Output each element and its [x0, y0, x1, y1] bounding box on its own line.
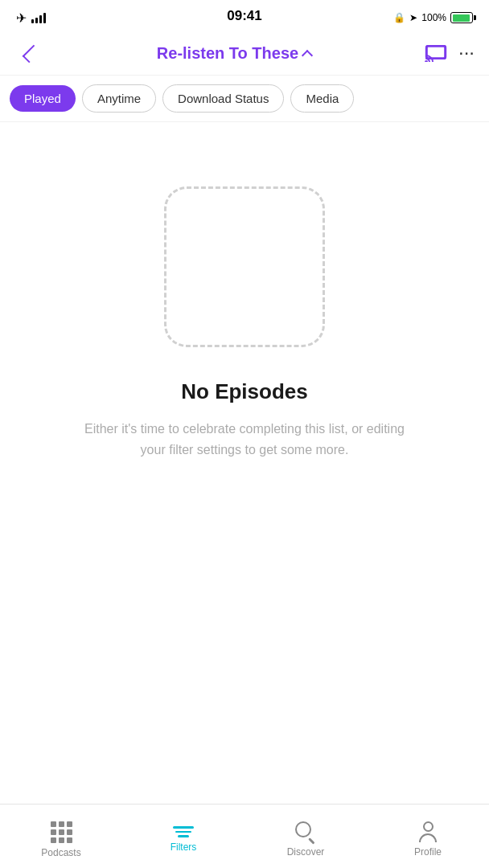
nav-item-profile[interactable]: Profile	[367, 815, 489, 858]
bottom-nav: Podcasts Filters Discover Profile	[0, 804, 489, 868]
tab-download-status[interactable]: Download Status	[162, 84, 284, 113]
chevron-up-icon	[302, 49, 313, 60]
nav-label-discover: Discover	[287, 846, 325, 858]
discover-icon	[295, 821, 316, 842]
filter-tabs: Played Anytime Download Status Media	[0, 76, 489, 122]
nav-actions: ···	[425, 43, 475, 65]
more-button[interactable]: ···	[458, 43, 475, 65]
battery-percentage: 100%	[421, 12, 446, 23]
nav-label-profile: Profile	[414, 846, 442, 858]
tab-played[interactable]: Played	[10, 85, 76, 112]
nav-item-filters[interactable]: Filters	[122, 820, 244, 853]
nav-item-discover[interactable]: Discover	[244, 815, 367, 858]
main-content: No Episodes Either it's time to celebrat…	[0, 122, 489, 812]
status-right: 🔒 ➤ 100%	[393, 12, 473, 23]
airplane-icon: ✈	[16, 10, 27, 26]
svg-point-2	[425, 60, 428, 62]
empty-illustration	[164, 186, 325, 347]
nav-label-podcasts: Podcasts	[41, 847, 80, 858]
back-arrow-icon	[23, 44, 41, 63]
no-episodes-title: No Episodes	[181, 379, 307, 404]
back-button[interactable]	[14, 39, 43, 68]
no-episodes-description: Either it's time to celebrate completing…	[60, 419, 429, 460]
status-left: ✈	[16, 10, 46, 26]
nav-item-podcasts[interactable]: Podcasts	[0, 815, 122, 858]
location-icon: ➤	[409, 12, 417, 23]
signal-bars	[31, 12, 46, 23]
nav-header: Re-listen To These ···	[0, 32, 489, 76]
nav-label-filters: Filters	[171, 841, 197, 853]
podcasts-icon	[51, 821, 72, 843]
filters-icon	[173, 826, 194, 837]
status-bar: ✈ 09:41 🔒 ➤ 100%	[0, 0, 489, 32]
status-time: 09:41	[227, 8, 261, 24]
cast-button[interactable]	[425, 43, 447, 65]
lock-icon: 🔒	[393, 12, 405, 23]
tab-anytime[interactable]: Anytime	[82, 84, 156, 113]
profile-icon	[419, 821, 437, 842]
page-title: Re-listen To These	[157, 44, 298, 63]
title-container: Re-listen To These	[43, 44, 425, 63]
tab-media[interactable]: Media	[290, 84, 354, 113]
cast-icon	[425, 43, 447, 62]
battery-icon	[450, 12, 473, 23]
